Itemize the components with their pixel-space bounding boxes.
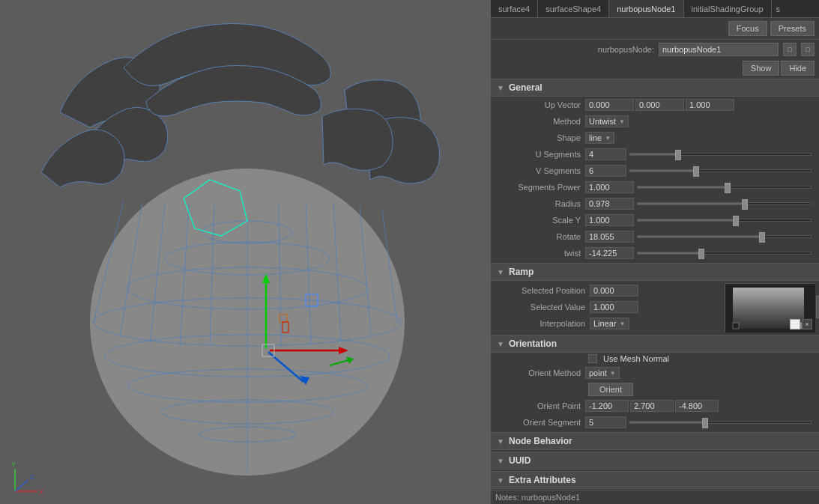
notes-value: nurbopusNode1 <box>522 493 580 502</box>
orient-point-label: Orient Point <box>495 401 585 410</box>
tab-surfaceshape4[interactable]: surfaceShape4 <box>538 0 609 17</box>
general-arrow-icon: ▼ <box>495 82 506 93</box>
selected-position-input[interactable] <box>590 285 638 297</box>
selected-value-input[interactable] <box>590 301 638 313</box>
right-panel: surface4 surfaceShape4 nurbopusNode1 ini… <box>491 0 819 504</box>
rotate-slider-container <box>634 235 815 238</box>
orient-segment-slider-container <box>626 421 815 424</box>
method-dropdown[interactable]: Untwist ▼ <box>585 115 629 127</box>
u-segments-slider[interactable] <box>629 153 812 156</box>
svg-text:Z: Z <box>30 473 34 481</box>
tab-more[interactable]: s <box>772 0 785 17</box>
notes-label: Notes: <box>495 493 519 502</box>
orient-point-y-input[interactable] <box>630 400 674 412</box>
tab-nurbopusnode1[interactable]: nurbopusNode1 <box>609 0 683 17</box>
interpolation-dropdown[interactable]: Linear ▼ <box>590 318 629 330</box>
rotate-input[interactable] <box>585 231 634 243</box>
v-segments-slider[interactable] <box>629 169 812 172</box>
extra-attributes-section-header[interactable]: ▼ Extra Attributes <box>491 471 819 489</box>
twist-slider[interactable] <box>637 252 812 255</box>
node-icon-btn-2[interactable]: □ <box>801 43 815 56</box>
tab-bar: surface4 surfaceShape4 nurbopusNode1 ini… <box>491 0 819 18</box>
viewport-canvas: X Y Z <box>0 0 491 504</box>
orient-method-dropdown[interactable]: point ▼ <box>585 367 620 379</box>
uuid-section-title: UUID <box>509 455 531 466</box>
ramp-props: Selected Position Selected Value Interpo… <box>495 282 722 332</box>
v-segments-input[interactable] <box>585 165 626 177</box>
orient-point-row: Orient Point <box>491 398 819 414</box>
node-icon-btn-1[interactable]: □ <box>783 43 797 56</box>
up-vector-label: Up Vector <box>495 100 585 109</box>
selected-position-label: Selected Position <box>500 286 590 295</box>
show-hide-row: Show Hide <box>491 59 819 77</box>
u-segments-row: U Segments <box>491 146 819 163</box>
use-mesh-normal-checkbox[interactable] <box>588 354 597 363</box>
extra-attributes-arrow-icon: ▼ <box>495 475 506 485</box>
orient-segment-input[interactable] <box>585 416 626 428</box>
u-segments-slider-container <box>626 153 815 156</box>
shape-label: Shape <box>495 133 585 142</box>
method-dropdown-arrow: ▼ <box>619 118 625 125</box>
uuid-section-header[interactable]: ▼ UUID <box>491 452 819 470</box>
node-behavior-section-header[interactable]: ▼ Node Behavior <box>491 432 819 450</box>
segments-power-slider[interactable] <box>637 186 812 189</box>
orient-point-z-input[interactable] <box>675 400 719 412</box>
scale-y-slider[interactable] <box>637 219 812 222</box>
general-section-title: General <box>509 82 543 93</box>
orientation-section-header[interactable]: ▼ Orientation <box>491 335 819 353</box>
radius-slider[interactable] <box>637 202 812 205</box>
node-input[interactable] <box>659 43 779 56</box>
general-section-header[interactable]: ▼ General <box>491 79 819 97</box>
u-segments-label: U Segments <box>495 150 585 159</box>
rotate-slider[interactable] <box>637 235 812 238</box>
ramp-widget[interactable]: × <box>725 283 815 332</box>
twist-slider-container <box>634 252 815 255</box>
up-vector-x-input[interactable] <box>585 99 634 111</box>
scale-y-label: Scale Y <box>495 216 585 225</box>
orient-button[interactable]: Orient <box>588 383 633 396</box>
radius-input[interactable] <box>585 198 634 210</box>
panel-content[interactable]: ▼ General Up Vector Method Untwist ▼ Sha… <box>491 77 819 490</box>
segments-power-input[interactable] <box>585 181 634 193</box>
presets-button[interactable]: Presets <box>770 21 815 36</box>
up-vector-y-input[interactable] <box>635 99 684 111</box>
svg-line-37 <box>15 480 28 491</box>
tab-surface4[interactable]: surface4 <box>491 0 538 17</box>
orient-point-x-input[interactable] <box>585 400 629 412</box>
twist-input[interactable] <box>585 247 634 259</box>
use-mesh-normal-row: Use Mesh Normal <box>491 353 819 365</box>
tab-initialshadinggroup[interactable]: initialShadingGroup <box>684 0 772 17</box>
mesh-svg <box>0 0 491 504</box>
node-behavior-arrow-icon: ▼ <box>495 436 506 446</box>
viewport[interactable]: X Y Z <box>0 0 491 504</box>
orient-method-value: point <box>589 368 607 377</box>
u-segments-input[interactable] <box>585 148 626 160</box>
selected-value-label: Selected Value <box>500 303 590 312</box>
scale-y-input[interactable] <box>585 214 634 226</box>
hide-button[interactable]: Hide <box>781 61 815 76</box>
interpolation-row: Interpolation Linear ▼ <box>495 315 722 332</box>
segments-power-label: Segments Power <box>495 183 585 192</box>
ramp-white-btn[interactable] <box>790 319 800 330</box>
twist-row: twist <box>491 245 819 261</box>
orientation-section-title: Orientation <box>509 338 557 349</box>
svg-rect-42 <box>733 323 739 329</box>
ramp-expand-button[interactable]: > <box>816 296 819 318</box>
segments-power-row: Segments Power <box>491 179 819 195</box>
show-button[interactable]: Show <box>743 61 780 76</box>
orient-segment-slider[interactable] <box>629 421 812 424</box>
ramp-container: Selected Position Selected Value Interpo… <box>491 281 819 333</box>
focus-button[interactable]: Focus <box>728 21 767 36</box>
ramp-section-title: Ramp <box>509 267 534 277</box>
shape-dropdown[interactable]: line ▼ <box>585 132 614 144</box>
method-label: Method <box>495 117 585 126</box>
up-vector-z-input[interactable] <box>686 99 734 111</box>
radius-row: Radius <box>491 195 819 212</box>
method-value: Untwist <box>589 117 616 126</box>
ramp-delete-btn[interactable]: × <box>802 319 812 330</box>
selected-value-row: Selected Value <box>495 299 722 315</box>
node-row: nurbopusNode: □ □ <box>491 40 819 59</box>
top-controls: Focus Presets <box>491 18 819 40</box>
ramp-section-header[interactable]: ▼ Ramp <box>491 263 819 281</box>
node-behavior-section-title: Node Behavior <box>509 436 572 446</box>
